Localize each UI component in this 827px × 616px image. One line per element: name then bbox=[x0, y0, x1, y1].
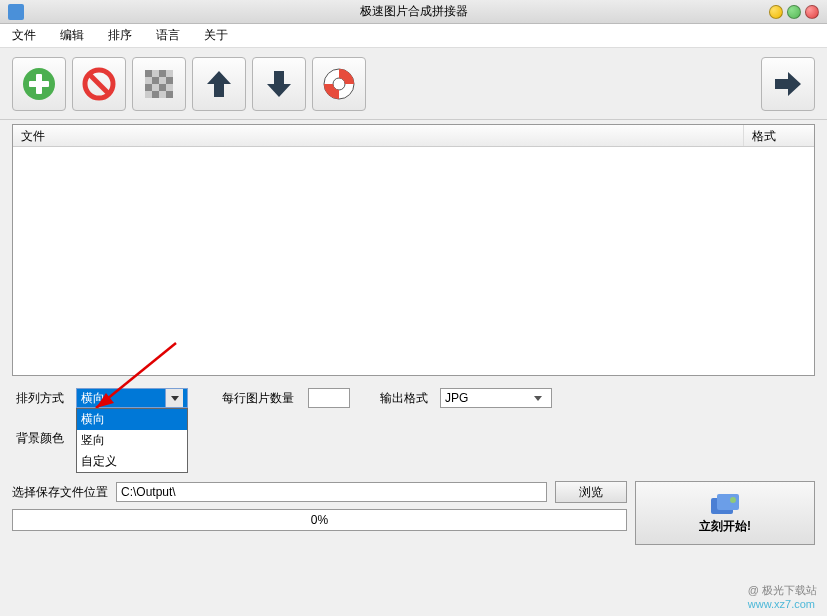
options-panel: 排列方式 横向 横向 竖向 自定义 每行图片数量 输出格式 JPG bbox=[0, 380, 827, 477]
bg-color-label: 背景颜色 bbox=[16, 430, 68, 447]
arrange-selected: 横向 bbox=[81, 390, 105, 407]
arrange-option-vertical[interactable]: 竖向 bbox=[77, 430, 187, 451]
chevron-down-icon bbox=[529, 389, 547, 407]
file-list-header: 文件 格式 bbox=[13, 125, 814, 147]
column-format[interactable]: 格式 bbox=[744, 125, 814, 146]
save-location-label: 选择保存文件位置 bbox=[12, 484, 108, 501]
output-format-select[interactable]: JPG bbox=[440, 388, 552, 408]
chevron-down-icon bbox=[165, 389, 183, 407]
progress-text: 0% bbox=[311, 513, 328, 527]
forbidden-icon bbox=[81, 66, 117, 102]
menu-language[interactable]: 语言 bbox=[152, 25, 184, 46]
menu-file[interactable]: 文件 bbox=[8, 25, 40, 46]
per-row-input[interactable] bbox=[308, 388, 350, 408]
svg-rect-13 bbox=[166, 91, 173, 98]
arrow-down-icon bbox=[261, 66, 297, 102]
svg-rect-10 bbox=[145, 84, 152, 91]
file-list: 文件 格式 bbox=[12, 124, 815, 376]
maximize-button[interactable] bbox=[787, 5, 801, 19]
plus-icon bbox=[21, 66, 57, 102]
close-button[interactable] bbox=[805, 5, 819, 19]
column-file[interactable]: 文件 bbox=[13, 125, 744, 146]
bottom-panel: 选择保存文件位置 浏览 0% 立刻开始! bbox=[0, 477, 827, 557]
svg-rect-12 bbox=[152, 91, 159, 98]
svg-rect-9 bbox=[166, 77, 173, 84]
menu-edit[interactable]: 编辑 bbox=[56, 25, 88, 46]
arrow-up-icon bbox=[201, 66, 237, 102]
svg-rect-7 bbox=[159, 70, 166, 77]
start-button-label: 立刻开始! bbox=[699, 518, 751, 535]
arrow-right-icon bbox=[770, 66, 806, 102]
browse-button[interactable]: 浏览 bbox=[555, 481, 627, 503]
svg-rect-11 bbox=[159, 84, 166, 91]
file-list-body[interactable] bbox=[13, 147, 814, 375]
add-button[interactable] bbox=[12, 57, 66, 111]
arrange-dropdown[interactable]: 横向 横向 竖向 自定义 bbox=[76, 388, 188, 408]
remove-button[interactable] bbox=[72, 57, 126, 111]
svg-rect-6 bbox=[145, 70, 152, 77]
images-icon bbox=[709, 492, 741, 516]
checkerboard-icon bbox=[141, 66, 177, 102]
watermark-text: @ 极光下载站 bbox=[748, 583, 817, 598]
move-down-button[interactable] bbox=[252, 57, 306, 111]
arrange-options-list: 横向 竖向 自定义 bbox=[76, 408, 188, 473]
svg-line-4 bbox=[90, 75, 108, 93]
arrange-option-horizontal[interactable]: 横向 bbox=[77, 409, 187, 430]
toolbar bbox=[0, 48, 827, 120]
menu-about[interactable]: 关于 bbox=[200, 25, 232, 46]
watermark-url: www.xz7.com bbox=[748, 598, 817, 610]
transparency-button[interactable] bbox=[132, 57, 186, 111]
lifebuoy-icon bbox=[321, 66, 357, 102]
start-button[interactable]: 立刻开始! bbox=[635, 481, 815, 545]
menu-bar: 文件 编辑 排序 语言 关于 bbox=[0, 24, 827, 48]
svg-point-20 bbox=[730, 497, 736, 503]
arrange-label: 排列方式 bbox=[16, 390, 68, 407]
svg-point-15 bbox=[333, 78, 345, 90]
svg-rect-19 bbox=[717, 494, 739, 510]
menu-sort[interactable]: 排序 bbox=[104, 25, 136, 46]
watermark: @ 极光下载站 www.xz7.com bbox=[748, 583, 817, 610]
arrange-option-custom[interactable]: 自定义 bbox=[77, 451, 187, 472]
help-button[interactable] bbox=[312, 57, 366, 111]
svg-rect-8 bbox=[152, 77, 159, 84]
app-icon bbox=[8, 4, 24, 20]
per-row-label: 每行图片数量 bbox=[222, 390, 300, 407]
save-path-input[interactable] bbox=[116, 482, 547, 502]
minimize-button[interactable] bbox=[769, 5, 783, 19]
title-bar: 极速图片合成拼接器 bbox=[0, 0, 827, 24]
window-controls bbox=[769, 5, 819, 19]
progress-bar: 0% bbox=[12, 509, 627, 531]
output-format-label: 输出格式 bbox=[380, 390, 432, 407]
next-button[interactable] bbox=[761, 57, 815, 111]
output-format-value: JPG bbox=[445, 391, 468, 405]
move-up-button[interactable] bbox=[192, 57, 246, 111]
window-title: 极速图片合成拼接器 bbox=[360, 3, 468, 20]
svg-rect-2 bbox=[29, 81, 49, 87]
